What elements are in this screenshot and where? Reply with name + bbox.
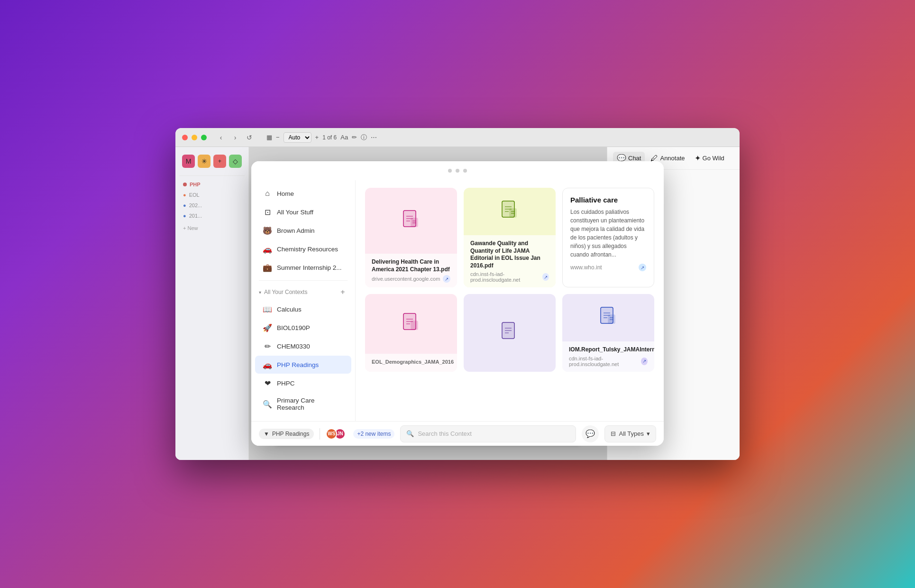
minus-icon[interactable]: − bbox=[276, 134, 280, 141]
card-delivering-healthcare[interactable]: Delivering Health Care in America 2021 C… bbox=[365, 188, 457, 287]
card-palliative[interactable]: Palliative care Los cuidados paliativos … bbox=[562, 188, 654, 287]
card-1-url-text: drive.usercontent.google.com bbox=[372, 276, 440, 282]
card-4-title: EOL_Demographics_JAMA_2016 bbox=[372, 358, 450, 365]
card-1-icon-area bbox=[365, 188, 457, 254]
contexts-label-toggle[interactable]: ▾ All Your Contexts bbox=[259, 289, 307, 295]
types-label: All Types bbox=[619, 430, 644, 437]
sidebar-item-chem-label: Chemistry Resources bbox=[277, 246, 338, 253]
modal: ⌂ Home ⊡ All Your Stuff 🐻 Brown Admin bbox=[251, 161, 664, 446]
filter-icon: ⊟ bbox=[611, 430, 616, 437]
briefcase-icon: 💼 bbox=[263, 263, 272, 272]
refresh-button[interactable]: ↺ bbox=[244, 132, 255, 143]
inbox-icon: ⊡ bbox=[263, 207, 272, 217]
app-window: ‹ › ↺ ▦ − Auto + 1 of 6 Aa ✏ ⓘ ⋯ bbox=[175, 128, 740, 460]
contexts-section-header: ▾ All Your Contexts + bbox=[251, 285, 355, 300]
add-context-button[interactable]: + bbox=[338, 287, 348, 297]
card-6-link-icon[interactable]: ↗ bbox=[641, 358, 648, 365]
context-label: PHP Readings bbox=[272, 431, 310, 437]
card-2-link-icon[interactable]: ↗ bbox=[542, 273, 549, 281]
sidebar-item-home[interactable]: ⌂ Home bbox=[255, 184, 351, 202]
palliative-url-text: www.who.int bbox=[570, 264, 602, 271]
sidebar-item-summer[interactable]: 💼 Summer Internship 2... bbox=[255, 258, 351, 276]
doc-icon-blue bbox=[599, 306, 618, 329]
card-6-url-text: cdn.inst-fs-iad-prod.inscloudgate.net bbox=[569, 356, 641, 367]
font-size-icon[interactable]: Aa bbox=[340, 134, 348, 141]
card-2-url: cdn.inst-fs-iad-prod.inscloudgate.net ↗ bbox=[470, 271, 549, 283]
sidebar-item-home-label: Home bbox=[277, 190, 294, 197]
title-bar: ‹ › ↺ ▦ − Auto + 1 of 6 Aa ✏ ⓘ ⋯ bbox=[175, 128, 740, 147]
cards-grid: Delivering Health Care in America 2021 C… bbox=[365, 188, 654, 372]
sidebar-item-phpc[interactable]: ❤ PHPC bbox=[255, 374, 351, 392]
card-eol-demographics[interactable]: EOL_Demographics_JAMA_2016 bbox=[365, 294, 457, 372]
card-empty-lavender[interactable] bbox=[464, 294, 556, 372]
chat-bubble-button[interactable]: 💬 bbox=[582, 425, 599, 442]
sidebar-item-primary-label: Primary Care Research bbox=[277, 397, 344, 411]
modal-bottom-bar: ▼ PHP Readings WS JN +2 new items 🔍 Sear… bbox=[251, 421, 664, 446]
context-badge[interactable]: ▼ PHP Readings bbox=[259, 429, 314, 439]
sidebar-item-primary-care[interactable]: 🔍 Primary Care Research bbox=[255, 393, 351, 415]
palliative-title: Palliative care bbox=[570, 196, 646, 204]
sidebar-item-php[interactable]: 🚗 PHP Readings bbox=[255, 356, 351, 374]
pdf-viewer: M ✳ + ◇ PHP ● EOL ● 202... bbox=[175, 147, 740, 460]
sidebar-item-calculus[interactable]: 📖 Calculus bbox=[255, 300, 351, 318]
sidebar-item-calculus-label: Calculus bbox=[277, 306, 302, 313]
info-icon[interactable]: ⓘ bbox=[361, 133, 367, 142]
search-bar[interactable]: 🔍 Search this Context bbox=[400, 425, 576, 442]
palliative-url-row: www.who.int ↗ bbox=[570, 264, 646, 271]
car2-icon: 🚗 bbox=[263, 360, 272, 369]
svg-rect-21 bbox=[411, 321, 418, 330]
card-4-icon-area bbox=[365, 294, 457, 353]
card-6-url: cdn.inst-fs-iad-prod.inscloudgate.net ↗ bbox=[569, 356, 648, 367]
sidebar-item-chemistry[interactable]: 🚗 Chemistry Resources bbox=[255, 240, 351, 258]
sidebar-toggle-icon[interactable]: ▦ bbox=[266, 134, 272, 141]
doc-icon-purple bbox=[500, 322, 519, 344]
maximize-button[interactable] bbox=[201, 135, 207, 140]
sidebar-item-biol[interactable]: 🚀 BIOL0190P bbox=[255, 319, 351, 337]
sidebar-item-summer-label: Summer Internship 2... bbox=[277, 264, 342, 271]
sidebar-item-all-your-stuff[interactable]: ⊡ All Your Stuff bbox=[255, 203, 351, 221]
modal-content: ⌂ Home ⊡ All Your Stuff 🐻 Brown Admin bbox=[251, 180, 664, 421]
minimize-button[interactable] bbox=[192, 135, 197, 140]
back-button[interactable]: ‹ bbox=[215, 132, 227, 143]
svg-rect-13 bbox=[510, 209, 516, 217]
sidebar-item-brown-admin[interactable]: 🐻 Brown Admin bbox=[255, 221, 351, 239]
zoom-select[interactable]: Auto bbox=[284, 132, 311, 143]
sidebar-divider bbox=[259, 280, 348, 281]
palliative-link-icon[interactable]: ↗ bbox=[639, 264, 646, 271]
types-chevron: ▾ bbox=[647, 430, 650, 437]
bear-icon: 🐻 bbox=[263, 226, 272, 235]
types-filter-button[interactable]: ⊟ All Types ▾ bbox=[604, 425, 656, 442]
bottom-divider bbox=[320, 428, 320, 440]
chevron-down-icon: ▾ bbox=[259, 290, 261, 295]
edit-icon[interactable]: ✏ bbox=[352, 134, 357, 141]
modal-overlay: ⌂ Home ⊡ All Your Stuff 🐻 Brown Admin bbox=[175, 147, 740, 460]
sidebar-item-chem0330[interactable]: ✏ CHEM0330 bbox=[255, 337, 351, 355]
page-indicator: 1 of 6 bbox=[322, 134, 337, 141]
card-6-title: IOM.Report_Tulsky_JAMAInternalMedicine_2… bbox=[569, 346, 648, 354]
card-1-link-icon[interactable]: ↗ bbox=[443, 275, 450, 283]
sidebar-item-brown-label: Brown Admin bbox=[277, 227, 315, 234]
home-icon: ⌂ bbox=[263, 189, 272, 198]
plus-icon[interactable]: + bbox=[315, 134, 319, 141]
sidebar-item-biol-label: BIOL0190P bbox=[277, 324, 310, 331]
close-button[interactable] bbox=[182, 135, 188, 140]
palliative-description: Los cuidados paliativos constituyen un p… bbox=[570, 208, 646, 259]
card-iom-report[interactable]: IOM.Report_Tulsky_JAMAInternalMedicine_2… bbox=[562, 294, 654, 372]
card-1-url: drive.usercontent.google.com ↗ bbox=[372, 275, 450, 283]
dot-2 bbox=[456, 169, 459, 173]
users-strip: WS JN bbox=[326, 428, 348, 440]
more-icon[interactable]: ⋯ bbox=[371, 134, 377, 141]
card-gawande[interactable]: Gawande Quality and Quantity of Life JAM… bbox=[464, 188, 556, 287]
book-icon: 📖 bbox=[263, 304, 272, 314]
forward-button[interactable]: › bbox=[229, 132, 241, 143]
search-placeholder: Search this Context bbox=[418, 430, 471, 437]
page-controls: ▦ − Auto + 1 of 6 Aa ✏ ⓘ ⋯ bbox=[266, 132, 377, 143]
doc-icon-pink2 bbox=[402, 312, 421, 335]
card-2-footer: Gawande Quality and Quantity of Life JAM… bbox=[464, 235, 556, 287]
svg-rect-5 bbox=[411, 218, 418, 227]
context-chevron: ▼ bbox=[264, 431, 269, 437]
heart-icon: ❤ bbox=[263, 378, 272, 388]
card-5-icon-area bbox=[464, 294, 556, 372]
modal-grid-area: Delivering Health Care in America 2021 C… bbox=[356, 180, 664, 421]
search-icon: 🔍 bbox=[263, 399, 272, 409]
